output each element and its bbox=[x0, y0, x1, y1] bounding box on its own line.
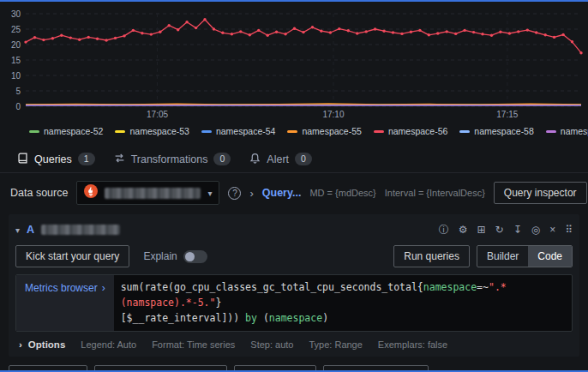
query-editor-card: ▾ A ⓘ⚙⊞↻↧◎×⠿ Kick start your query Expla… bbox=[9, 214, 579, 357]
promql-token: ( bbox=[257, 312, 269, 324]
drag-handle-icon[interactable]: ⠿ bbox=[565, 225, 573, 235]
legend-swatch bbox=[29, 130, 39, 133]
query-toolbar: Kick start your query Explain Run querie… bbox=[15, 245, 573, 267]
chevron-right-icon: › bbox=[249, 187, 253, 200]
promql-token: namespace bbox=[269, 312, 322, 324]
chart-legend: namespace-52namespace-53namespace-54name… bbox=[29, 123, 588, 139]
query-ref-id[interactable]: A bbox=[27, 224, 34, 236]
add-query-button[interactable]: +Add query bbox=[9, 365, 87, 372]
interval-summary: Interval = {IntervalDesc} bbox=[385, 188, 485, 198]
legend-swatch bbox=[201, 130, 212, 133]
add-expression-button[interactable]: +Expression bbox=[234, 365, 316, 372]
delete-icon[interactable]: × bbox=[549, 225, 555, 235]
toolbar-right: Run queries Builder Code bbox=[393, 245, 573, 267]
add-recorded-query-button[interactable]: +Recorded query bbox=[323, 365, 428, 372]
svg-text:10: 10 bbox=[11, 71, 21, 81]
option-item: Type: Range bbox=[309, 339, 362, 350]
svg-text:30: 30 bbox=[11, 9, 21, 19]
panel-editor-tabs: Queries 1 Transformations 0 Alert 0 bbox=[0, 146, 588, 173]
tab-label: Alert bbox=[267, 153, 289, 165]
history-icon[interactable]: ↻ bbox=[495, 225, 504, 235]
options-label: Options bbox=[28, 339, 65, 350]
promql-token: sum(rate(go_cpu_classes_gc_total_cpu_sec… bbox=[121, 281, 423, 293]
alert-count-badge: 0 bbox=[295, 153, 312, 165]
metrics-browser-button[interactable]: Metrics browser › bbox=[16, 275, 114, 331]
option-item: Format: Time series bbox=[152, 339, 235, 350]
legend-label: namespace-54 bbox=[216, 126, 275, 136]
option-item: Exemplars: false bbox=[378, 339, 447, 350]
chevron-right-icon: › bbox=[102, 282, 105, 294]
builder-mode-button[interactable]: Builder bbox=[477, 246, 528, 267]
promql-token: =~ bbox=[477, 281, 489, 293]
svg-text:0: 0 bbox=[15, 102, 21, 111]
query-footer-actions: +Add query +Add query from library +Expr… bbox=[0, 357, 588, 372]
legend-item[interactable]: namespace-59 bbox=[546, 126, 588, 136]
query-inspector-button[interactable]: Query inspector bbox=[494, 182, 587, 204]
legend-item[interactable]: namespace-53 bbox=[115, 126, 189, 136]
tab-transformations[interactable]: Transformations 0 bbox=[105, 146, 240, 173]
info-icon[interactable]: ⓘ bbox=[439, 225, 449, 235]
legend-item[interactable]: namespace-58 bbox=[459, 126, 533, 136]
legend-label: namespace-59 bbox=[561, 126, 588, 136]
tab-queries[interactable]: Queries 1 bbox=[9, 146, 104, 173]
collapse-query-icon[interactable]: ▾ bbox=[15, 225, 20, 235]
legend-swatch bbox=[287, 130, 297, 133]
options-toggle[interactable]: › Options bbox=[19, 339, 65, 350]
code-mode-button[interactable]: Code bbox=[528, 246, 572, 267]
gear-icon[interactable]: ⚙ bbox=[459, 225, 468, 235]
query-options-link[interactable]: Query... bbox=[262, 187, 302, 199]
query-options-row: › Options Legend: AutoFormat: Time serie… bbox=[15, 339, 573, 350]
query-header: ▾ A ⓘ⚙⊞↻↧◎×⠿ bbox=[15, 219, 573, 241]
option-item: Step: auto bbox=[250, 339, 293, 350]
legend-item[interactable]: namespace-54 bbox=[201, 126, 275, 136]
legend-label: namespace-56 bbox=[388, 126, 447, 136]
datasource-row: Data source ▾ ? › Query... MD = {mdDesc}… bbox=[0, 180, 588, 206]
bell-icon bbox=[249, 153, 261, 166]
tab-alert[interactable]: Alert 0 bbox=[241, 146, 321, 173]
explain-control: Explain bbox=[143, 250, 207, 263]
explain-toggle[interactable] bbox=[183, 250, 207, 263]
svg-text:20: 20 bbox=[11, 40, 21, 50]
metrics-browser-label: Metrics browser bbox=[25, 282, 98, 294]
legend-swatch bbox=[115, 130, 125, 133]
prometheus-icon bbox=[84, 184, 98, 201]
option-item: Legend: Auto bbox=[81, 339, 136, 350]
legend-label: namespace-53 bbox=[129, 126, 189, 136]
datasource-name-redacted bbox=[105, 188, 201, 199]
query-header-actions: ⓘ⚙⊞↻↧◎×⠿ bbox=[439, 225, 573, 235]
transformations-count-badge: 0 bbox=[213, 153, 231, 165]
svg-text:17:10: 17:10 bbox=[322, 110, 344, 119]
svg-text:5: 5 bbox=[15, 87, 21, 96]
add-query-from-library-button[interactable]: +Add query from library bbox=[94, 365, 227, 372]
svg-text:17:05: 17:05 bbox=[147, 110, 168, 119]
promql-code-input[interactable]: sum(rate(go_cpu_classes_gc_total_cpu_sec… bbox=[114, 275, 572, 331]
options-summary: Legend: AutoFormat: Time seriesStep: aut… bbox=[81, 339, 447, 350]
legend-item[interactable]: namespace-56 bbox=[374, 126, 447, 136]
tab-label: Transformations bbox=[131, 153, 208, 165]
duplicate-icon[interactable]: ⊞ bbox=[477, 225, 486, 235]
save-icon[interactable]: ↧ bbox=[513, 225, 522, 235]
transformations-icon bbox=[114, 153, 125, 166]
legend-swatch bbox=[459, 130, 470, 133]
legend-item[interactable]: namespace-55 bbox=[287, 126, 361, 136]
panel-edit-view: 05101520253017:0517:1017:15 namespace-52… bbox=[0, 0, 588, 372]
datasource-help-icon[interactable]: ? bbox=[228, 187, 241, 200]
legend-label: namespace-52 bbox=[44, 126, 103, 136]
promql-editor: Metrics browser › sum(rate(go_cpu_classe… bbox=[15, 274, 573, 332]
chevron-right-icon: › bbox=[19, 339, 22, 350]
legend-label: namespace-58 bbox=[474, 126, 533, 136]
legend-item[interactable]: namespace-52 bbox=[29, 126, 103, 136]
timeseries-chart[interactable]: 05101520253017:0517:1017:15 bbox=[0, 5, 588, 120]
datasource-picker[interactable]: ▾ bbox=[76, 181, 219, 205]
md-summary: MD = {mdDesc} bbox=[309, 188, 375, 198]
chevron-down-icon: ▾ bbox=[207, 189, 212, 198]
svg-text:25: 25 bbox=[11, 25, 21, 34]
editor-mode-switch: Builder Code bbox=[477, 245, 573, 267]
kick-start-button[interactable]: Kick start your query bbox=[15, 245, 129, 267]
promql-token: namespace bbox=[423, 281, 477, 293]
legend-swatch bbox=[374, 130, 384, 133]
run-queries-button[interactable]: Run queries bbox=[393, 245, 470, 267]
hide-query-icon[interactable]: ◎ bbox=[531, 225, 540, 235]
timeseries-panel: 05101520253017:0517:1017:15 namespace-52… bbox=[0, 2, 588, 139]
datasource-label: Data source bbox=[10, 187, 68, 199]
